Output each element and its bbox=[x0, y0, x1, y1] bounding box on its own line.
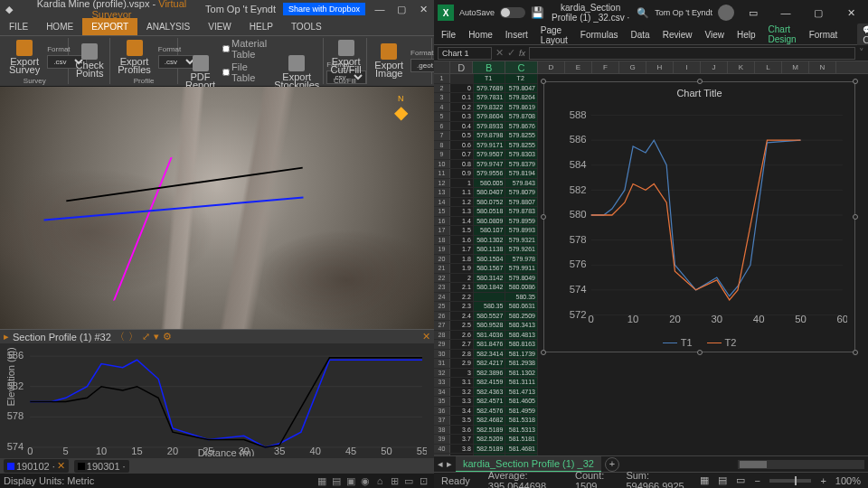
tab-view[interactable]: VIEW bbox=[199, 18, 241, 35]
resize-handle[interactable] bbox=[853, 214, 858, 220]
compass-icon[interactable] bbox=[387, 96, 416, 125]
table-row[interactable]: 383.6582.5189581.5313 bbox=[434, 426, 538, 436]
page-layout-icon[interactable]: ▤ bbox=[718, 474, 727, 486]
enter-icon[interactable]: ✓ bbox=[507, 47, 515, 59]
check-points-button[interactable]: Check Points bbox=[72, 42, 108, 80]
table-row[interactable]: 181.6580.1302579.9321 bbox=[434, 236, 538, 246]
tab-home[interactable]: Home bbox=[467, 26, 495, 43]
tool-icon[interactable]: ⌂ bbox=[373, 475, 387, 486]
panel-prev-button[interactable]: 〈 bbox=[115, 330, 125, 343]
table-row[interactable]: 110.9579.9556579.8194 bbox=[434, 169, 538, 179]
chart-title[interactable]: Chart Title bbox=[544, 82, 854, 104]
table-row[interactable]: 232.1580.1842580.0086 bbox=[434, 283, 538, 293]
table-row[interactable]: 393.7582.5209581.5181 bbox=[434, 435, 538, 445]
table-row[interactable]: 161.4580.0809579.8959 bbox=[434, 217, 538, 227]
table-row[interactable]: 30.1579.7831579.8264 bbox=[434, 93, 538, 103]
normal-view-icon[interactable]: ▦ bbox=[700, 474, 709, 486]
ribbon-options-icon[interactable]: ▭ bbox=[740, 7, 767, 19]
table-row[interactable]: 171.5580.107579.8993 bbox=[434, 226, 538, 236]
tool-icon[interactable]: ▦ bbox=[315, 475, 329, 487]
profile-chart[interactable]: Elevation (m)574578582586051015202530354… bbox=[7, 347, 427, 456]
tool-icon[interactable]: ▤ bbox=[329, 475, 344, 487]
table-row[interactable]: 353.3582.4571581.4605 bbox=[434, 397, 538, 407]
tab-home[interactable]: HOME bbox=[37, 18, 82, 35]
tab-page-layout[interactable]: Page Layout bbox=[539, 22, 570, 49]
sheet-nav-next[interactable]: ▸ bbox=[447, 458, 452, 470]
resize-handle[interactable] bbox=[853, 350, 858, 355]
table-row[interactable]: 121580.005579.843 bbox=[434, 179, 538, 189]
table-row[interactable]: 333.1582.4159581.3111 bbox=[434, 378, 538, 388]
zoom-out-button[interactable]: − bbox=[754, 475, 760, 486]
file-table-check[interactable]: File Table bbox=[222, 61, 267, 83]
table-row[interactable]: 100.8579.9747579.8379 bbox=[434, 160, 538, 170]
expand-fbar-icon[interactable]: ˅ bbox=[859, 47, 864, 59]
material-table-check[interactable]: Material Table bbox=[222, 38, 267, 60]
zoom-slider[interactable] bbox=[769, 479, 812, 483]
table-row[interactable]: 131.1580.0407579.8079 bbox=[434, 188, 538, 198]
table-row[interactable]: 80.6579.9171579.8255 bbox=[434, 141, 538, 151]
minimize-button[interactable]: — bbox=[772, 7, 799, 18]
tool-icon[interactable]: ◉ bbox=[358, 475, 373, 487]
terrain-3d-view[interactable] bbox=[0, 87, 434, 329]
table-row[interactable]: 222580.3142579.8049 bbox=[434, 274, 538, 284]
panel-filter-icon[interactable]: ▾ bbox=[154, 331, 159, 343]
maximize-button[interactable]: ▢ bbox=[391, 4, 412, 15]
resize-handle[interactable] bbox=[853, 79, 858, 84]
table-row[interactable]: 373.5582.4682581.5318 bbox=[434, 416, 538, 426]
export-image-button[interactable]: Export Image bbox=[371, 42, 407, 80]
table-row[interactable]: 252.3580.35580.0631 bbox=[434, 302, 538, 312]
table-row[interactable]: 40.2579.8322579.8619 bbox=[434, 103, 538, 113]
table-row[interactable]: 312.9582.4217581.2938 bbox=[434, 359, 538, 369]
tab-help[interactable]: Help bbox=[735, 26, 758, 43]
tool-icon[interactable]: ⊞ bbox=[387, 475, 401, 487]
close-button[interactable]: ✕ bbox=[837, 7, 864, 19]
table-row[interactable]: 201.8580.1504579.978 bbox=[434, 255, 538, 265]
pdf-report-button[interactable]: PDF Report bbox=[182, 53, 219, 91]
tab-export[interactable]: EXPORT bbox=[82, 18, 137, 35]
legend-chip[interactable]: 190102 ·✕ bbox=[4, 459, 69, 473]
export-survey-button[interactable]: Export Survey bbox=[5, 38, 43, 76]
save-icon[interactable]: 💾 bbox=[531, 6, 544, 19]
select-all-corner[interactable] bbox=[434, 61, 450, 73]
panel-settings-icon[interactable]: ⚙ bbox=[163, 331, 172, 343]
avatar[interactable] bbox=[718, 5, 734, 21]
tab-tools[interactable]: TOOLS bbox=[282, 18, 331, 35]
name-box[interactable] bbox=[438, 47, 492, 60]
tool-icon[interactable]: ▣ bbox=[344, 475, 358, 487]
resize-handle[interactable] bbox=[697, 79, 703, 84]
export-cutfill-button[interactable]: Export Cut/Fill bbox=[327, 38, 365, 76]
comments-button[interactable]: 💬 Comments bbox=[857, 23, 868, 47]
table-row[interactable]: 151.3580.0518579.8783 bbox=[434, 207, 538, 217]
table-row[interactable]: 242.2580.35 bbox=[434, 293, 538, 303]
tab-view[interactable]: View bbox=[703, 26, 726, 43]
tool-icon[interactable]: ▭ bbox=[401, 475, 416, 487]
resize-handle[interactable] bbox=[697, 350, 703, 355]
close-button[interactable]: ✕ bbox=[412, 4, 434, 15]
chart-canvas-area[interactable]: DEFGHIJKLMN Chart Title 5725745765785805… bbox=[538, 61, 868, 455]
table-row[interactable]: 262.4580.5527580.2509 bbox=[434, 312, 538, 322]
sheet-nav-prev[interactable]: ◂ bbox=[438, 458, 443, 470]
search-icon[interactable]: 🔍 bbox=[637, 7, 649, 19]
chart-plot[interactable]: 5725745765785805825845865880102030405060 bbox=[568, 106, 847, 324]
table-row[interactable]: 343.2582.4363581.4713 bbox=[434, 388, 538, 398]
table-row[interactable]: 70.5579.8798579.8255 bbox=[434, 131, 538, 141]
table-row[interactable]: 90.7579.9507579.8303 bbox=[434, 150, 538, 160]
tab-review[interactable]: Review bbox=[661, 26, 694, 43]
table-row[interactable]: 60.4579.8933579.8676 bbox=[434, 122, 538, 132]
zoom-level[interactable]: 100% bbox=[835, 475, 861, 486]
resize-handle[interactable] bbox=[541, 350, 546, 355]
tool-icon[interactable]: ⊡ bbox=[416, 475, 430, 487]
collapse-icon[interactable]: ▸ bbox=[4, 331, 9, 343]
fx-icon[interactable]: fx bbox=[519, 49, 525, 58]
table-row[interactable]: 302.8582.3414581.1739 bbox=[434, 350, 538, 360]
panel-close-icon[interactable]: ✕ bbox=[422, 331, 430, 343]
table-row[interactable]: 292.7581.8476580.8163 bbox=[434, 340, 538, 350]
table-row[interactable]: 403.8582.5189581.4681 bbox=[434, 445, 538, 455]
table-row[interactable]: 191.7580.1138579.9261 bbox=[434, 245, 538, 255]
table-row[interactable]: 141.2580.0752579.8807 bbox=[434, 198, 538, 208]
autosave-toggle[interactable] bbox=[500, 7, 525, 18]
panel-next-button[interactable]: 〉 bbox=[128, 330, 138, 343]
tab-file[interactable]: FILE bbox=[0, 18, 37, 35]
minimize-button[interactable]: — bbox=[369, 4, 391, 14]
tab-file[interactable]: File bbox=[439, 26, 458, 43]
